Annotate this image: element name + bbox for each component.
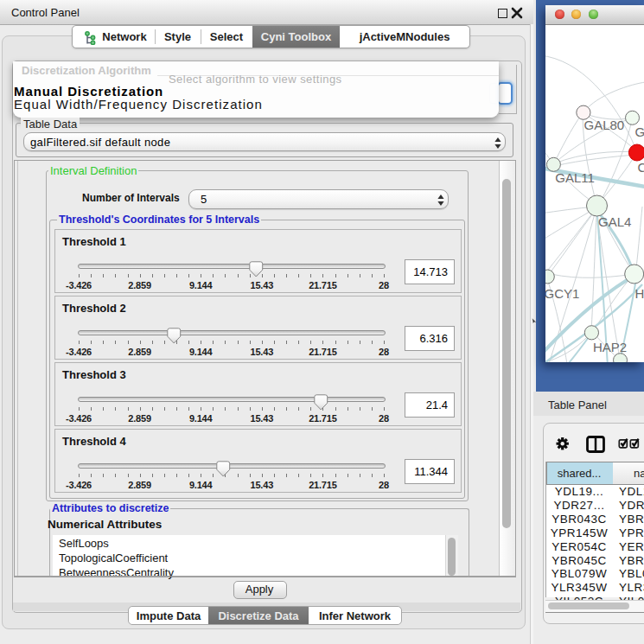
svg-text:HAP2: HAP2 bbox=[593, 340, 627, 354]
svg-text:GAL4: GAL4 bbox=[598, 214, 631, 229]
svg-text:C: C bbox=[638, 160, 644, 175]
svg-text:H: H bbox=[635, 286, 644, 301]
svg-text:GCY1: GCY1 bbox=[545, 286, 579, 301]
svg-text:GAL80: GAL80 bbox=[584, 118, 625, 132]
svg-text:GAL11: GAL11 bbox=[555, 170, 595, 185]
svg-text:GA: GA bbox=[635, 124, 644, 139]
